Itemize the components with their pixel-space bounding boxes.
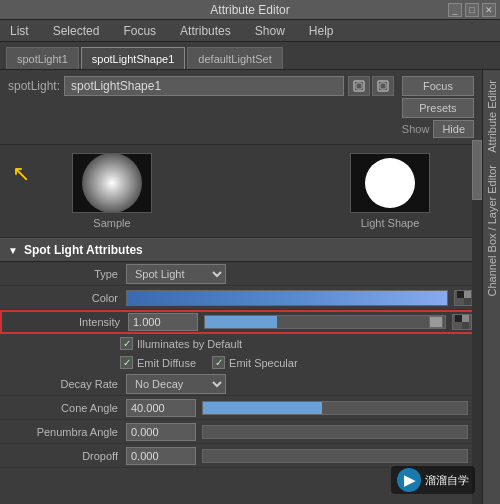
intensity-row: Intensity	[0, 310, 482, 334]
tab-spotlight1[interactable]: spotLight1	[6, 47, 79, 69]
decay-rate-select[interactable]: No Decay	[126, 374, 226, 394]
link-icon-2[interactable]	[372, 76, 394, 96]
type-row: Type Spot Light	[0, 262, 482, 286]
svg-rect-9	[462, 322, 469, 329]
sample-preview	[72, 153, 152, 213]
color-row: Color	[0, 286, 482, 310]
watermark: ▶ 溜溜自学	[391, 466, 475, 494]
window-title: Attribute Editor	[210, 3, 289, 17]
sidebar-tab-attribute-editor[interactable]: Attribute Editor	[484, 74, 500, 159]
spotlight-label: spotLight:	[8, 79, 60, 93]
penumbra-angle-label: Penumbra Angle	[8, 426, 118, 438]
svg-rect-8	[455, 315, 462, 322]
watermark-icon: ▶	[397, 468, 421, 492]
decay-rate-label: Decay Rate	[8, 378, 118, 390]
preview-area: ↖ Sample Light Shape	[0, 145, 482, 238]
color-bar[interactable]	[126, 290, 448, 306]
svg-rect-6	[464, 291, 471, 298]
cone-angle-label: Cone Angle	[8, 402, 118, 414]
spotlight-input[interactable]	[64, 76, 344, 96]
window-controls[interactable]: _ □ ✕	[448, 3, 496, 17]
close-button[interactable]: ✕	[482, 3, 496, 17]
menu-focus[interactable]: Focus	[119, 22, 160, 40]
type-label: Type	[8, 268, 118, 280]
section-arrow-icon: ▼	[8, 245, 18, 256]
menu-bar: List Selected Focus Attributes Show Help	[0, 20, 500, 42]
main-panel: spotLight: Focus Presets Show Hide	[0, 70, 482, 504]
maximize-button[interactable]: □	[465, 3, 479, 17]
presets-button[interactable]: Presets	[402, 98, 474, 118]
intensity-label: Intensity	[10, 316, 120, 328]
sample-section: Sample	[72, 153, 152, 229]
menu-list[interactable]: List	[6, 22, 33, 40]
light-shape-preview	[350, 153, 430, 213]
penumbra-angle-input[interactable]	[126, 423, 196, 441]
scrollbar-track[interactable]	[472, 140, 482, 504]
scrollbar-thumb[interactable]	[472, 140, 482, 200]
tab-spotlightshape1[interactable]: spotLightShape1	[81, 47, 186, 69]
menu-selected[interactable]: Selected	[49, 22, 104, 40]
hide-button[interactable]: Hide	[433, 120, 474, 138]
color-swatch-icon[interactable]	[454, 290, 474, 306]
section-header[interactable]: ▼ Spot Light Attributes	[0, 238, 482, 262]
type-select[interactable]: Spot Light	[126, 264, 226, 284]
cone-angle-input[interactable]	[126, 399, 196, 417]
sample-label: Sample	[93, 217, 130, 229]
section-title: Spot Light Attributes	[24, 243, 143, 257]
svg-rect-3	[380, 83, 386, 89]
emit-row: Emit Diffuse Emit Specular	[0, 353, 482, 372]
tab-defaultlightset[interactable]: defaultLightSet	[187, 47, 282, 69]
cone-angle-slider[interactable]	[202, 401, 468, 415]
sidebar-tab-channel-box[interactable]: Channel Box / Layer Editor	[484, 159, 500, 302]
tab-bar: spotLight1 spotLightShape1 defaultLightS…	[0, 42, 500, 70]
right-sidebar: Attribute Editor Channel Box / Layer Edi…	[482, 70, 500, 504]
illuminates-row: Illuminates by Default	[0, 334, 482, 353]
illuminates-label: Illuminates by Default	[137, 338, 242, 350]
emit-diffuse-checkbox[interactable]	[120, 356, 133, 369]
focus-button[interactable]: Focus	[402, 76, 474, 96]
svg-rect-7	[457, 298, 464, 305]
menu-show[interactable]: Show	[251, 22, 289, 40]
show-label: Show	[402, 123, 430, 135]
title-bar: Attribute Editor _ □ ✕	[0, 0, 500, 20]
intensity-slider[interactable]	[204, 315, 446, 329]
dropoff-row: Dropoff	[0, 444, 482, 468]
svg-rect-10	[462, 315, 469, 322]
illuminates-checkbox[interactable]	[120, 337, 133, 350]
cursor-icon: ↖	[12, 161, 30, 187]
svg-rect-1	[356, 83, 362, 89]
menu-help[interactable]: Help	[305, 22, 338, 40]
content-area: spotLight: Focus Presets Show Hide	[0, 70, 500, 504]
intensity-swatch-icon[interactable]	[452, 314, 472, 330]
watermark-text: 溜溜自学	[425, 473, 469, 488]
sample-glow	[82, 153, 142, 213]
svg-rect-4	[457, 291, 464, 298]
illuminates-checkbox-item: Illuminates by Default	[120, 337, 242, 350]
color-label: Color	[8, 292, 118, 304]
emit-specular-item: Emit Specular	[212, 356, 297, 369]
svg-rect-5	[464, 298, 471, 305]
dropoff-input[interactable]	[126, 447, 196, 465]
light-shape-section: Light Shape	[350, 153, 430, 229]
penumbra-angle-slider[interactable]	[202, 425, 468, 439]
dropoff-slider[interactable]	[202, 449, 468, 463]
svg-rect-11	[455, 322, 462, 329]
emit-specular-label: Emit Specular	[229, 357, 297, 369]
decay-rate-row: Decay Rate No Decay	[0, 372, 482, 396]
light-shape-circle	[365, 158, 415, 208]
emit-diffuse-label: Emit Diffuse	[137, 357, 196, 369]
light-shape-label: Light Shape	[361, 217, 420, 229]
link-icon-1[interactable]	[348, 76, 370, 96]
minimize-button[interactable]: _	[448, 3, 462, 17]
emit-diffuse-item: Emit Diffuse	[120, 356, 196, 369]
cursor-area: ↖	[12, 161, 42, 221]
dropoff-label: Dropoff	[8, 450, 118, 462]
intensity-input[interactable]	[128, 313, 198, 331]
menu-attributes[interactable]: Attributes	[176, 22, 235, 40]
cone-angle-row: Cone Angle	[0, 396, 482, 420]
emit-specular-checkbox[interactable]	[212, 356, 225, 369]
penumbra-angle-row: Penumbra Angle	[0, 420, 482, 444]
